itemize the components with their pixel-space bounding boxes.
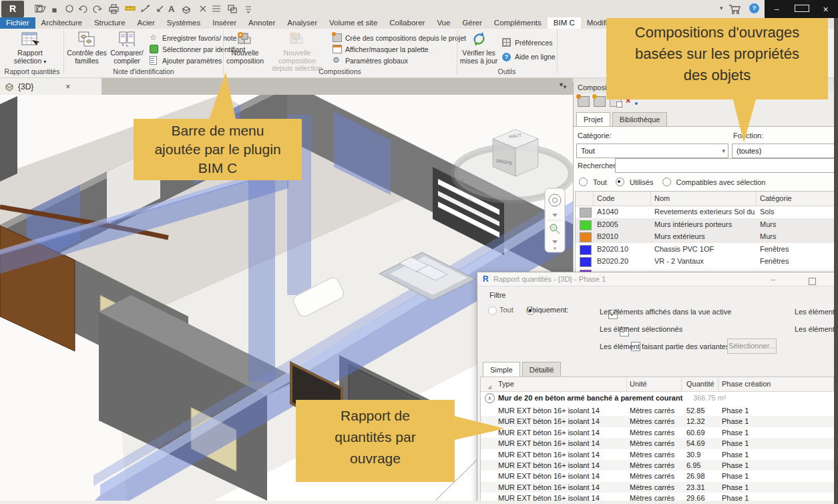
restore-button[interactable] bbox=[795, 5, 808, 14]
tab-complements[interactable]: Compléments bbox=[488, 17, 548, 29]
parametres-globaux-button[interactable]: ⚙ Paramètres globaux bbox=[333, 55, 466, 66]
radio-compatibles[interactable] bbox=[662, 178, 671, 186]
table-row[interactable]: A1040 Revetements exterieurs Sol du Sols bbox=[576, 206, 834, 218]
table-row[interactable]: MUR EXT béton 16+ isolant 14Mètres carré… bbox=[481, 471, 837, 481]
callout-top-tail bbox=[728, 92, 768, 146]
tab-inserer[interactable]: Insérer bbox=[206, 17, 242, 29]
view-tab-close-icon[interactable]: × bbox=[65, 82, 70, 91]
tab-gerer[interactable]: Gérer bbox=[456, 17, 487, 29]
revit-app-icon[interactable]: R bbox=[1, 1, 24, 17]
dialog-maximize-icon[interactable] bbox=[809, 276, 816, 289]
quick-access-toolbar[interactable]: A bbox=[35, 3, 288, 15]
add-parameters-icon bbox=[150, 56, 160, 65]
tab-architecture[interactable]: Architecture bbox=[35, 17, 88, 29]
table-row[interactable]: B2020.10 Chassis PVC 1OF Fenêtres bbox=[576, 243, 834, 256]
dialog-tab-detaille[interactable]: Détaillé bbox=[522, 362, 562, 377]
sync-icon bbox=[66, 5, 73, 12]
rapport-selection-button[interactable]: Rapport sélection ▾ bbox=[9, 31, 51, 65]
group-separator bbox=[223, 30, 224, 74]
dialog-title-bar[interactable]: R Rapport quantités - {3D} - Phase 1 – bbox=[477, 272, 838, 286]
palette-tab-projet[interactable]: Projet bbox=[576, 112, 610, 127]
tab-annoter[interactable]: Annoter bbox=[242, 17, 281, 29]
view-tab-3d[interactable]: {3D} × bbox=[0, 78, 101, 95]
palette-window-icon bbox=[333, 45, 343, 53]
table-row[interactable]: B2005 Murs intérieurs porteurs Murs bbox=[576, 218, 834, 231]
tab-collaborer[interactable]: Collaborer bbox=[383, 17, 431, 29]
table-row[interactable]: MUR EXT béton 16+ isolant 14Mètres carré… bbox=[481, 438, 837, 449]
measure-icon bbox=[142, 5, 150, 12]
tab-vue[interactable]: Vue bbox=[431, 17, 456, 29]
radio-utilises[interactable] bbox=[616, 178, 624, 186]
table-row[interactable]: MUR EXT béton 16+ isolant 14Mètres carré… bbox=[481, 482, 837, 493]
nouvelle-composition-button[interactable]: Nouvellecomposition bbox=[226, 31, 264, 65]
callout-bottom-tail bbox=[451, 414, 506, 442]
minimize-button[interactable]: – bbox=[770, 5, 783, 14]
selectionner-button[interactable]: Sélectionner... bbox=[727, 338, 777, 354]
tab-acier[interactable]: Acier bbox=[132, 17, 161, 29]
screen-bottom-edge bbox=[0, 501, 834, 504]
ruler-icon bbox=[126, 7, 135, 10]
zoom-icon bbox=[550, 224, 557, 231]
tab-structure[interactable]: Structure bbox=[88, 17, 132, 29]
controle-des-familles-button[interactable]: Contrôle desfamilles bbox=[67, 31, 107, 65]
global-settings-icon: ⚙ bbox=[333, 56, 343, 65]
families-check-icon bbox=[77, 31, 96, 48]
ribbon-tab-bar: Fichier Architecture Structure Acier Sys… bbox=[0, 17, 608, 29]
table-row[interactable]: MUR EXT béton 16+ isolant 14Mètres carré… bbox=[481, 460, 837, 471]
tab-systemes[interactable]: Systèmes bbox=[161, 17, 207, 29]
cree-compositions-projet-button[interactable]: Crée des compositions depuis le projet bbox=[333, 32, 466, 43]
viewcube-home-icon[interactable]: ⌂ bbox=[467, 195, 472, 203]
window-controls: – × bbox=[765, 0, 838, 18]
verifier-mises-a-jour-button[interactable]: Vérifier lesmises à jour bbox=[459, 31, 498, 65]
revit-dialog-icon: R bbox=[483, 272, 489, 286]
compositions-small-buttons: Crée des compositions depuis le projet A… bbox=[333, 32, 466, 66]
afficher-masquer-palette-button[interactable]: Afficher/masquer la palette bbox=[333, 43, 466, 55]
group-row[interactable]: ∧ Mur de 20 en béton armé banché à parem… bbox=[481, 391, 837, 405]
qat-caret-icon[interactable]: ▾ bbox=[720, 5, 723, 11]
radio-tout[interactable] bbox=[579, 178, 588, 186]
dialog-tab-simple[interactable]: Simple bbox=[483, 362, 520, 377]
viewcube-compass-s: S bbox=[461, 177, 464, 183]
palette-filter-radios: Tout Utilisés Compatibles avec sélection bbox=[579, 178, 765, 186]
nouvelle-composition-depuis-selection-button: Nouvelle compositiondepuis sélection bbox=[266, 31, 329, 73]
view-tab-strip: {3D} × ▼ bbox=[0, 78, 573, 95]
table-row[interactable]: MUR EXT béton 16+ isolant 14Mètres carré… bbox=[481, 449, 837, 460]
palette-collapse-icon[interactable]: ▼ bbox=[562, 84, 568, 90]
help-icon[interactable]: ? bbox=[749, 3, 759, 13]
dialog-minimize-icon[interactable]: – bbox=[771, 272, 775, 286]
category-select[interactable]: Tout▾ bbox=[576, 144, 728, 158]
dialog-radio-tout[interactable] bbox=[488, 306, 497, 315]
id-select-icon bbox=[150, 45, 160, 53]
import-composition-icon[interactable] bbox=[594, 96, 606, 107]
navigation-bar[interactable] bbox=[545, 188, 565, 252]
table-row[interactable]: MUR EXT béton 16+ isolant 14Mètres carré… bbox=[481, 416, 837, 427]
tab-analyser[interactable]: Analyser bbox=[281, 17, 323, 29]
table-row[interactable]: B2020.20 VR - 2 Vantaux Fenêtres bbox=[576, 255, 834, 268]
aide-en-ligne-button[interactable]: ? Aide en ligne bbox=[502, 49, 556, 63]
check-updates-icon bbox=[469, 31, 488, 48]
dialog-title: Rapport quantités - {3D} - Phase 1 bbox=[493, 272, 606, 286]
table-row[interactable]: MUR EXT béton 16+ isolant 14Mètres carré… bbox=[481, 405, 837, 416]
palette-tab-bibliotheque[interactable]: Bibliothèque bbox=[612, 112, 668, 127]
palette-tabs: Projet Bibliothèque bbox=[576, 112, 667, 127]
group-separator bbox=[457, 30, 457, 74]
tab-volume-et-site[interactable]: Volume et site bbox=[323, 17, 383, 29]
tab-fichier[interactable]: Fichier bbox=[0, 17, 35, 29]
table-row[interactable]: B2010 Murs extérieurs Murs bbox=[576, 230, 834, 243]
function-select[interactable]: (toutes) bbox=[732, 144, 835, 158]
preferences-button[interactable]: Préférences bbox=[502, 35, 556, 49]
color-swatch bbox=[580, 257, 592, 267]
collapse-group-icon[interactable]: ∧ bbox=[485, 393, 495, 403]
rapport-quantites-dialog: R Rapport quantités - {3D} - Phase 1 – F… bbox=[477, 272, 838, 504]
cart-icon[interactable] bbox=[728, 3, 743, 15]
compositions-table-header: Code Nom Catégorie bbox=[576, 192, 834, 206]
quantities-table-header[interactable]: ◢ Type Unité Quantité Phase création bbox=[481, 377, 837, 392]
quantities-table: ◢ Type Unité Quantité Phase création ∧ M… bbox=[480, 376, 837, 504]
comparer-compiler-button[interactable]: Comparer/compiler bbox=[108, 31, 146, 65]
table-row[interactable]: MUR EXT béton 16+ isolant 14Mètres carré… bbox=[481, 427, 837, 438]
search-input[interactable] bbox=[615, 158, 835, 173]
new-composition-icon[interactable] bbox=[578, 96, 590, 107]
close-button[interactable]: × bbox=[819, 4, 833, 15]
text-icon: A bbox=[168, 4, 175, 14]
tab-bim-c[interactable]: BIM C bbox=[548, 17, 581, 29]
